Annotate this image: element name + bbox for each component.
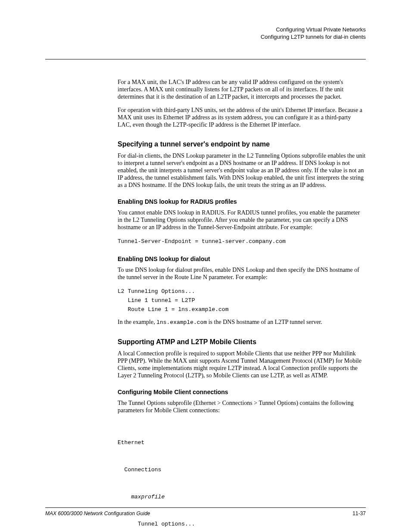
inline-code: lns.example.com [156,319,207,326]
paragraph: For a MAX unit, the LAC's IP address can… [118,78,366,100]
code-line: Tunnel options... [118,520,366,529]
header-line1: Configuring Virtual Private Networks [45,26,366,33]
page: Configuring Virtual Private Networks Con… [0,0,411,532]
header-rule [45,44,366,59]
code-line-italic: maxprofile [118,492,366,501]
paragraph: You cannot enable DNS lookup in RADIUS. … [118,209,366,231]
code-line: Ethernet [118,438,366,447]
heading-3: Specifying a tunnel server's endpoint by… [118,140,366,148]
heading-4: Enabling DNS lookup for dialout [118,255,366,263]
heading-4: Enabling DNS lookup for RADIUS profiles [118,198,366,205]
heading-4: Configuring Mobile Client connections [118,389,366,396]
paragraph: To use DNS lookup for dialout profiles, … [118,266,366,281]
code-block: Tunnel-Server-Endpoint = tunnel-server.c… [118,237,366,246]
footer: MAX 6000/3000 Network Configuration Guid… [45,507,366,516]
paragraph: For dial-in clients, the DNS Lookup para… [118,152,366,189]
content: For a MAX unit, the LAC's IP address can… [45,59,366,532]
footer-title: MAX 6000/3000 Network Configuration Guid… [45,510,150,516]
running-header: Configuring Virtual Private Networks Con… [45,26,366,40]
heading-3: Supporting ATMP and L2TP Mobile Clients [118,338,366,345]
text: is the DNS hostname of an L2TP tunnel se… [207,319,322,325]
paragraph: For operation with third-party LNS units… [118,106,366,128]
text: In the example, [118,319,156,325]
code-line: Connections [118,465,366,474]
header-line2: Configuring L2TP tunnels for dial-in cli… [45,33,366,40]
paragraph: A local Connection profile is required t… [118,350,366,379]
page-number: 11-37 [352,510,366,516]
code-block: L2 Tunneling Options... Line 1 tunnel = … [118,287,366,314]
paragraph: In the example, lns.example.com is the D… [118,318,366,326]
paragraph: The Tunnel Options subprofile (Ethernet … [118,399,366,414]
